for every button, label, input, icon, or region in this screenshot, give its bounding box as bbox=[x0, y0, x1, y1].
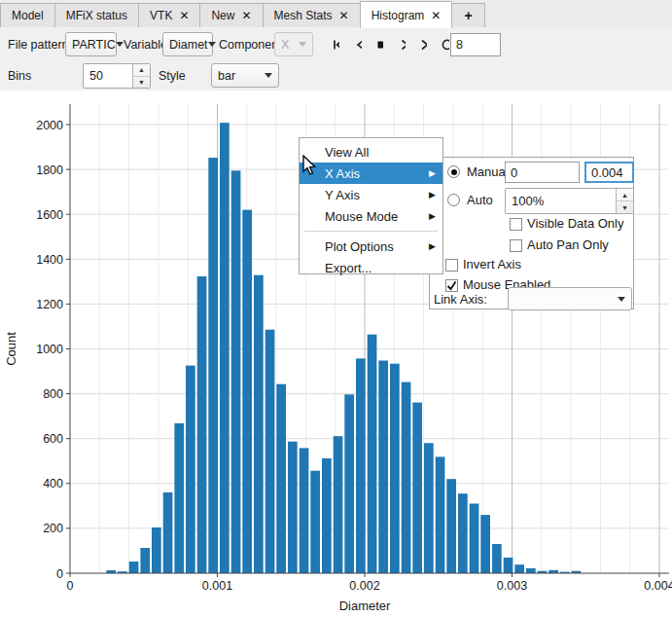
skip-first-icon bbox=[330, 37, 339, 53]
variable-label: Variable bbox=[124, 38, 167, 52]
bins-label: Bins bbox=[8, 69, 31, 83]
menu-item-export[interactable]: Export... bbox=[300, 257, 442, 278]
svg-text:0.004: 0.004 bbox=[644, 579, 672, 593]
tab-histogram[interactable]: Histogram✕ bbox=[360, 1, 453, 28]
file-pattern-label: File pattern bbox=[8, 38, 69, 52]
svg-text:0.001: 0.001 bbox=[202, 579, 232, 593]
svg-text:1400: 1400 bbox=[36, 253, 63, 267]
checkbox-label: Visible Data Only bbox=[527, 216, 623, 231]
svg-text:0: 0 bbox=[67, 579, 74, 593]
menu-item-x-axis[interactable]: X Axis▶ bbox=[300, 163, 442, 184]
plot-context-menu: View AllX Axis▶Y Axis▶Mouse Mode▶Plot Op… bbox=[299, 137, 443, 274]
menu-item-mouse-mode[interactable]: Mouse Mode▶ bbox=[300, 205, 442, 227]
menu-item-y-axis[interactable]: Y Axis▶ bbox=[300, 184, 442, 205]
tab-mfix-status[interactable]: MFiX status bbox=[54, 3, 138, 27]
auto-label: Auto bbox=[467, 193, 493, 207]
svg-text:0.002: 0.002 bbox=[349, 579, 379, 593]
menu-separator bbox=[304, 231, 438, 232]
variable-combo[interactable]: Diamet bbox=[162, 32, 213, 56]
checkbox-label: Auto Pan Only bbox=[527, 237, 609, 252]
chevron-down-icon bbox=[299, 42, 306, 47]
checkbox-label: Invert Axis bbox=[463, 257, 521, 272]
svg-text:1000: 1000 bbox=[36, 343, 63, 356]
close-icon[interactable]: ✕ bbox=[241, 10, 251, 21]
chevron-down-icon bbox=[265, 73, 272, 78]
link-axis-combo[interactable] bbox=[508, 287, 632, 310]
checkbox-mouse-enabled[interactable] bbox=[445, 279, 458, 292]
tab-mesh-stats[interactable]: Mesh Stats✕ bbox=[263, 3, 360, 27]
link-axis-label: Link Axis: bbox=[434, 292, 487, 307]
svg-text:0: 0 bbox=[56, 567, 63, 581]
style-label: Style bbox=[159, 69, 186, 83]
svg-text:400: 400 bbox=[43, 477, 63, 490]
chevron-down-icon bbox=[116, 42, 124, 47]
stop-button[interactable] bbox=[368, 33, 389, 56]
svg-text:800: 800 bbox=[43, 387, 63, 401]
auto-percent-spinbox[interactable]: 100% ▲▼ bbox=[505, 188, 634, 214]
svg-text:1800: 1800 bbox=[36, 163, 63, 177]
submenu-arrow-icon: ▶ bbox=[429, 211, 436, 221]
close-icon[interactable]: ✕ bbox=[431, 10, 441, 21]
component-label: Component bbox=[219, 38, 282, 52]
step-back-button[interactable] bbox=[346, 33, 368, 56]
reset-icon bbox=[440, 37, 449, 53]
frame-number-field[interactable]: 8 bbox=[450, 33, 501, 56]
tab-new[interactable]: New✕ bbox=[199, 3, 262, 27]
submenu-arrow-icon: ▶ bbox=[429, 241, 436, 251]
file-pattern-combo[interactable]: PARTIC bbox=[65, 32, 117, 56]
submenu-arrow-icon: ▶ bbox=[429, 168, 436, 178]
mouse-cursor-icon bbox=[302, 155, 320, 176]
tab-vtk[interactable]: VTK✕ bbox=[138, 3, 199, 27]
stop-icon bbox=[373, 37, 383, 53]
skip-last-icon bbox=[417, 37, 427, 53]
spin-down-icon[interactable]: ▼ bbox=[617, 201, 633, 213]
toolbar: File pattern PARTIC Variable Diamet Comp… bbox=[0, 27, 672, 91]
skip-last-button[interactable] bbox=[411, 33, 433, 56]
new-tab-button[interactable]: + bbox=[452, 3, 484, 27]
close-icon[interactable]: ✕ bbox=[179, 10, 189, 21]
tab-model[interactable]: Model bbox=[0, 3, 54, 27]
checkbox-invert-axis[interactable] bbox=[445, 259, 458, 272]
svg-text:Count: Count bbox=[4, 332, 18, 366]
svg-text:600: 600 bbox=[43, 432, 63, 446]
axis-max-field[interactable]: 0.004 bbox=[584, 162, 634, 183]
x-axis-submenu: Manual 0 0.004 Auto 100% ▲▼ Visible Data… bbox=[429, 157, 634, 309]
auto-radio[interactable] bbox=[447, 194, 460, 206]
step-back-icon bbox=[352, 37, 362, 53]
menu-item-plot-options[interactable]: Plot Options▶ bbox=[300, 236, 442, 257]
svg-text:2000: 2000 bbox=[36, 119, 63, 132]
style-combo[interactable]: bar bbox=[211, 63, 279, 88]
spin-up-icon[interactable]: ▲ bbox=[133, 64, 150, 77]
manual-label: Manual bbox=[467, 164, 509, 179]
svg-text:Diameter: Diameter bbox=[339, 599, 391, 613]
chevron-down-icon bbox=[208, 42, 216, 47]
axis-min-field[interactable]: 0 bbox=[505, 162, 580, 183]
step-forward-icon bbox=[396, 37, 406, 53]
component-combo: X bbox=[274, 32, 313, 56]
menu-item-view-all[interactable]: View All bbox=[300, 141, 442, 163]
submenu-arrow-icon: ▶ bbox=[429, 190, 436, 200]
svg-text:1200: 1200 bbox=[36, 298, 63, 311]
spin-up-icon[interactable]: ▲ bbox=[617, 189, 633, 201]
checkbox-auto-pan-only[interactable] bbox=[510, 239, 522, 252]
close-icon[interactable]: ✕ bbox=[339, 10, 349, 21]
spin-down-icon[interactable]: ▼ bbox=[133, 77, 150, 89]
chevron-down-icon bbox=[618, 297, 625, 302]
step-forward-button[interactable] bbox=[390, 33, 411, 56]
svg-text:0.003: 0.003 bbox=[497, 579, 527, 593]
skip-first-button[interactable] bbox=[324, 33, 345, 56]
tab-bar: ModelMFiX statusVTK✕New✕Mesh Stats✕Histo… bbox=[0, 0, 672, 28]
svg-text:200: 200 bbox=[43, 522, 63, 535]
mfix-window: { "tabs": { "items": [ {"label": "Model"… bbox=[0, 0, 672, 617]
checkbox-visible-data-only[interactable] bbox=[510, 218, 522, 231]
manual-radio[interactable] bbox=[447, 165, 460, 178]
bins-spinbox[interactable]: 50 ▲▼ bbox=[83, 63, 151, 89]
svg-text:1600: 1600 bbox=[36, 208, 63, 222]
